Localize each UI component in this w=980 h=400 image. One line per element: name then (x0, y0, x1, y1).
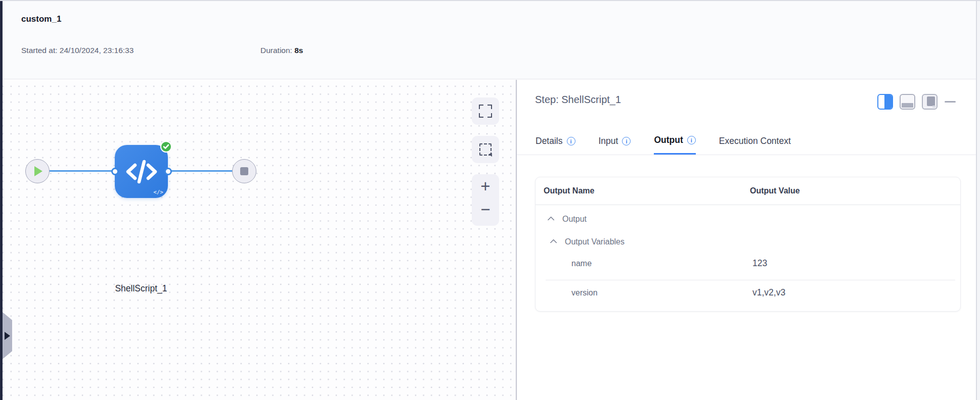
shell-mini-icon: </> (153, 189, 163, 195)
workflow-canvas[interactable]: </> ShellScript_1 + − (3, 80, 516, 400)
shellscript-node[interactable]: </> (115, 145, 168, 198)
edge-step-to-end (169, 170, 234, 172)
floating-panel-icon (927, 96, 935, 106)
step-tabs: Details i Input i Output i Execution Con… (536, 130, 791, 155)
chevron-up-icon (550, 239, 557, 246)
output-name: name (571, 259, 592, 268)
output-table-card: Output Name Output Value Output Output V… (535, 177, 961, 312)
info-icon[interactable]: i (622, 137, 631, 145)
floating-panel-notch (932, 106, 936, 108)
check-icon (163, 144, 169, 149)
group-row-output[interactable]: Output (549, 213, 587, 225)
tabs-divider (517, 155, 976, 155)
fullscreen-icon (479, 105, 492, 118)
expand-arrow-icon (5, 332, 10, 340)
info-icon[interactable]: i (687, 136, 696, 144)
workflow-run-view: custom_1 Started at: 24/10/2024, 23:16:3… (0, 0, 980, 400)
expand-sidebar-tab[interactable] (3, 312, 12, 359)
window-right-margin (977, 1, 980, 400)
run-header: custom_1 Started at: 24/10/2024, 23:16:3… (3, 1, 976, 79)
output-table-header: Output Name Output Value (536, 177, 960, 205)
window-top-border (0, 0, 980, 1)
output-port (164, 168, 172, 175)
output-name: version (571, 288, 598, 297)
layout-split-right-button[interactable] (877, 94, 893, 110)
table-row: version v1,v2,v3 (536, 287, 960, 299)
success-check-badge (160, 141, 172, 153)
edge-start-to-step (48, 170, 117, 172)
stop-icon (240, 167, 248, 175)
start-node[interactable] (25, 159, 50, 183)
column-output-name: Output Name (544, 186, 594, 195)
play-icon (34, 166, 42, 176)
end-node[interactable] (232, 159, 256, 183)
marquee-select-button[interactable] (472, 136, 499, 163)
column-output-value: Output Value (750, 186, 800, 195)
zoom-controls: + − (472, 174, 499, 226)
tab-details[interactable]: Details i (536, 130, 575, 155)
run-title: custom_1 (21, 14, 61, 24)
row-divider (546, 280, 955, 280)
group-row-output-variables[interactable]: Output Variables (552, 236, 625, 248)
info-icon[interactable]: i (567, 137, 575, 145)
fit-view-button[interactable] (472, 97, 499, 125)
table-row: name 123 (536, 258, 960, 270)
code-icon (125, 159, 158, 185)
duration-value: 8s (294, 46, 303, 55)
started-at-text: Started at: 24/10/2024, 23:16:33 (21, 46, 133, 55)
layout-bottom-panel-button[interactable] (900, 94, 915, 110)
zoom-in-button[interactable]: + (472, 173, 499, 199)
chevron-up-icon (548, 216, 555, 223)
minus-icon (945, 101, 956, 103)
output-value: 123 (752, 258, 767, 269)
canvas-panel-divider[interactable] (516, 80, 517, 400)
panel-layout-controls (877, 94, 956, 110)
tab-output[interactable]: Output i (654, 130, 695, 155)
bottom-panel-icon (902, 103, 913, 108)
tab-input[interactable]: Input i (599, 130, 631, 155)
collapsed-sidebar-strip (0, 1, 3, 400)
collapse-panel-button[interactable] (944, 94, 956, 110)
panel-title: Step: ShellScript_1 (535, 94, 621, 106)
input-port (111, 168, 119, 175)
node-label: ShellScript_1 (115, 283, 167, 294)
output-value: v1,v2,v3 (752, 287, 785, 298)
zoom-out-button[interactable]: − (472, 196, 499, 222)
split-right-icon (884, 95, 892, 109)
layout-floating-panel-button[interactable] (922, 94, 938, 110)
step-details-panel: Step: ShellScript_1 Details i Input i Ou… (517, 80, 976, 400)
marquee-selection-icon (479, 143, 492, 156)
tab-execution-context[interactable]: Execution Context (719, 130, 791, 155)
window-right-border (976, 1, 977, 400)
duration-text: Duration: 8s (260, 46, 303, 55)
